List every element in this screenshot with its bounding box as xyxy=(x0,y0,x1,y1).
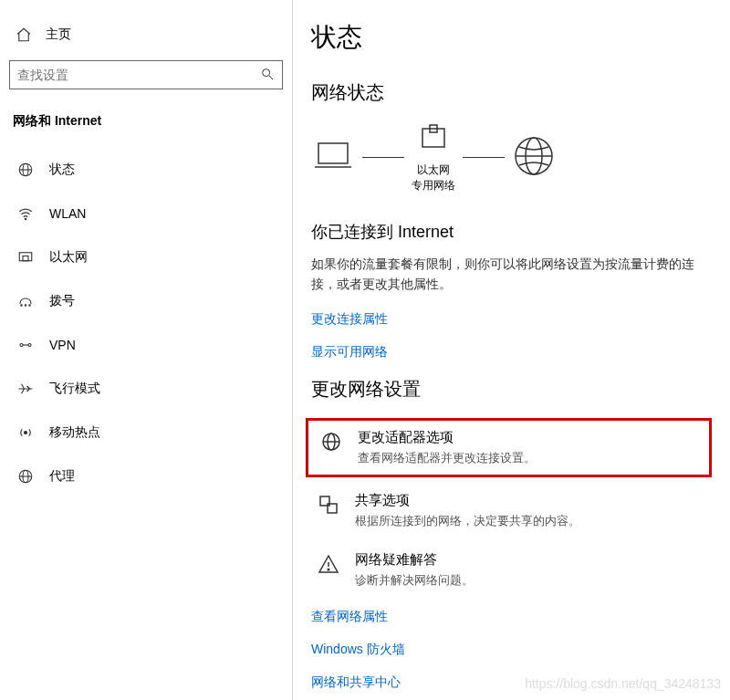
svg-point-11 xyxy=(20,344,23,347)
adapter-icon xyxy=(319,429,343,466)
sidebar-item-vpn[interactable]: VPN xyxy=(9,323,283,367)
network-diagram: 以太网 专用网络 xyxy=(311,121,712,193)
sidebar: 主页 网络和 Internet 状态 WLAN 以太网 xyxy=(0,0,293,700)
sidebar-item-dialup[interactable]: 拨号 xyxy=(9,279,283,323)
ethernet-icon xyxy=(16,248,35,266)
svg-point-31 xyxy=(328,569,329,570)
svg-point-5 xyxy=(25,218,26,220)
warning-icon xyxy=(317,551,340,589)
hotspot-icon xyxy=(16,423,35,442)
connected-desc: 如果你的流量套餐有限制，则你可以将此网络设置为按流量计费的连接，或者更改其他属性… xyxy=(311,254,694,295)
svg-rect-7 xyxy=(23,256,28,261)
svg-line-1 xyxy=(269,76,273,79)
svg-rect-6 xyxy=(19,253,32,261)
sharing-icon xyxy=(317,492,340,529)
vpn-icon xyxy=(16,336,35,354)
search-box[interactable] xyxy=(9,60,283,89)
sidebar-item-proxy[interactable]: 代理 xyxy=(9,454,283,498)
link-sharing-center[interactable]: 网络和共享中心 xyxy=(311,674,712,691)
svg-point-8 xyxy=(21,305,23,307)
option-change-adapter[interactable]: 更改适配器选项 查看网络适配器并更改连接设置。 xyxy=(306,418,712,477)
sidebar-item-label: 以太网 xyxy=(49,249,88,266)
search-icon xyxy=(260,67,275,84)
dialup-icon xyxy=(16,292,35,310)
option-title: 共享选项 xyxy=(355,492,580,509)
sidebar-item-label: 代理 xyxy=(49,468,75,485)
option-title: 更改适配器选项 xyxy=(358,429,536,446)
sidebar-category: 网络和 Internet xyxy=(9,110,283,148)
svg-point-10 xyxy=(29,305,31,307)
sidebar-item-label: 状态 xyxy=(49,162,75,178)
link-change-properties[interactable]: 更改连接属性 xyxy=(311,311,712,328)
sidebar-item-label: 飞行模式 xyxy=(49,381,100,397)
diagram-eth-label: 以太网 xyxy=(412,162,455,178)
home-icon xyxy=(15,26,33,44)
search-input[interactable] xyxy=(17,68,260,82)
sidebar-item-label: 拨号 xyxy=(49,293,75,309)
link-firewall[interactable]: Windows 防火墙 xyxy=(311,642,712,658)
svg-rect-18 xyxy=(318,143,348,163)
wifi-icon xyxy=(16,204,35,223)
link-show-networks[interactable]: 显示可用网络 xyxy=(311,344,712,360)
svg-rect-20 xyxy=(422,129,444,147)
link-view-properties[interactable]: 查看网络属性 xyxy=(311,609,712,625)
router-icon: 以太网 专用网络 xyxy=(412,121,455,193)
main-content: 状态 网络状态 以太网 专用网络 你已连接到 Internet 如果你的流量套餐… xyxy=(293,0,730,700)
svg-point-0 xyxy=(263,68,270,76)
diagram-line xyxy=(362,157,404,158)
change-settings-title: 更改网络设置 xyxy=(311,377,712,402)
globe-large-icon xyxy=(512,134,556,181)
laptop-icon xyxy=(311,138,355,177)
nav-home[interactable]: 主页 xyxy=(9,18,283,60)
option-desc: 诊断并解决网络问题。 xyxy=(355,572,474,589)
sidebar-item-hotspot[interactable]: 移动热点 xyxy=(9,411,283,454)
sidebar-item-label: 移动热点 xyxy=(49,424,100,441)
svg-point-9 xyxy=(25,305,26,307)
option-sharing[interactable]: 共享选项 根据所连接到的网络，决定要共享的内容。 xyxy=(311,481,712,540)
diagram-eth-sub: 专用网络 xyxy=(412,178,455,193)
option-desc: 根据所连接到的网络，决定要共享的内容。 xyxy=(355,513,580,529)
airplane-icon xyxy=(16,380,35,398)
proxy-icon xyxy=(16,467,35,486)
option-troubleshoot[interactable]: 网络疑难解答 诊断并解决网络问题。 xyxy=(311,540,712,600)
network-status-title: 网络状态 xyxy=(311,80,712,105)
svg-point-12 xyxy=(28,344,31,347)
sidebar-item-wlan[interactable]: WLAN xyxy=(9,192,283,235)
nav-home-label: 主页 xyxy=(46,26,71,43)
diagram-line xyxy=(463,157,505,158)
option-title: 网络疑难解答 xyxy=(355,551,474,569)
page-title: 状态 xyxy=(311,20,712,55)
connected-heading: 你已连接到 Internet xyxy=(311,221,712,243)
sidebar-item-label: WLAN xyxy=(49,206,86,221)
svg-point-14 xyxy=(25,432,27,434)
globe-icon xyxy=(16,161,35,179)
sidebar-item-status[interactable]: 状态 xyxy=(9,148,283,192)
sidebar-item-ethernet[interactable]: 以太网 xyxy=(9,235,283,279)
sidebar-item-airplane[interactable]: 飞行模式 xyxy=(9,367,283,411)
option-desc: 查看网络适配器并更改连接设置。 xyxy=(358,450,536,466)
sidebar-item-label: VPN xyxy=(49,338,76,352)
